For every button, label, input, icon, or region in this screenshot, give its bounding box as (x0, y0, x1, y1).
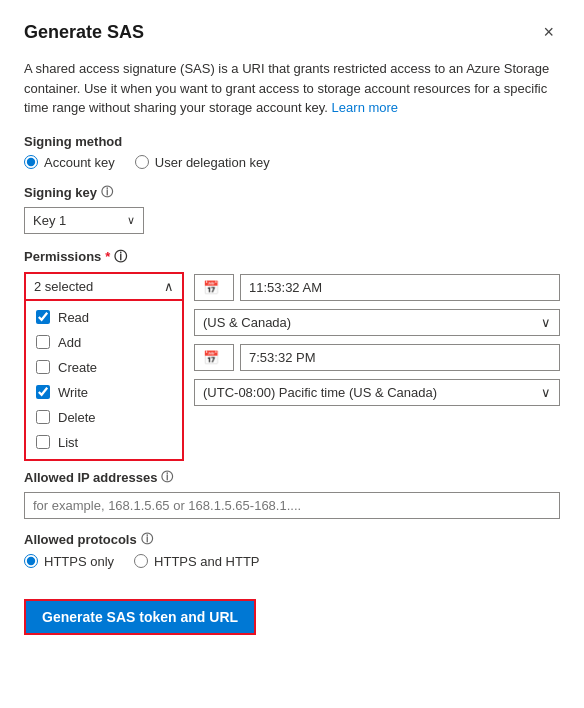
signing-key-info-icon: ⓘ (101, 184, 113, 201)
start-calendar-icon: 📅 (203, 280, 219, 295)
start-datetime-section: 📅 11:53:32 AM (194, 274, 560, 301)
https-http-radio[interactable] (134, 554, 148, 568)
permission-read[interactable]: Read (26, 305, 182, 330)
permission-create[interactable]: Create (26, 355, 182, 380)
signing-key-label: Signing key ⓘ (24, 184, 560, 201)
permission-write[interactable]: Write (26, 380, 182, 405)
allowed-ip-input[interactable] (24, 492, 560, 519)
close-button[interactable]: × (537, 20, 560, 45)
expiry-date-field[interactable]: 📅 (194, 344, 234, 371)
permissions-area: Permissions * ⓘ 2 selected ∧ Read Add (24, 248, 560, 461)
description-text: A shared access signature (SAS) is a URI… (24, 59, 560, 118)
generate-sas-dialog: Generate SAS × A shared access signature… (0, 0, 584, 708)
start-date-field[interactable]: 📅 (194, 274, 234, 301)
user-delegation-key-option[interactable]: User delegation key (135, 155, 270, 170)
permission-write-checkbox[interactable] (36, 385, 50, 399)
permissions-required-star: * (105, 249, 110, 264)
https-only-option[interactable]: HTTPS only (24, 554, 114, 569)
start-timezone-chevron-icon: ∨ (541, 315, 551, 330)
signing-method-section: Signing method Account key User delegati… (24, 134, 560, 170)
permission-delete[interactable]: Delete (26, 405, 182, 430)
allowed-ip-label: Allowed IP addresses ⓘ (24, 469, 560, 486)
https-only-radio[interactable] (24, 554, 38, 568)
permissions-label: Permissions * ⓘ (24, 248, 184, 266)
generate-sas-button[interactable]: Generate SAS token and URL (24, 599, 256, 635)
start-timezone-field[interactable]: (US & Canada) ∨ (194, 309, 560, 336)
dialog-header: Generate SAS × (24, 20, 560, 45)
expiry-calendar-icon: 📅 (203, 350, 219, 365)
signing-key-section: Signing key ⓘ Key 1 ∨ (24, 184, 560, 234)
allowed-ip-info-icon: ⓘ (161, 469, 173, 486)
user-delegation-key-radio[interactable] (135, 155, 149, 169)
account-key-option[interactable]: Account key (24, 155, 115, 170)
signing-key-dropdown[interactable]: Key 1 ∨ (24, 207, 144, 234)
permission-list-checkbox[interactable] (36, 435, 50, 449)
permission-list[interactable]: List (26, 430, 182, 455)
dialog-title: Generate SAS (24, 22, 144, 43)
permission-add-checkbox[interactable] (36, 335, 50, 349)
allowed-protocols-info-icon: ⓘ (141, 531, 153, 548)
allowed-protocols-section: Allowed protocols ⓘ HTTPS only HTTPS and… (24, 531, 560, 569)
expiry-timezone-field[interactable]: (UTC-08:00) Pacific time (US & Canada) ∨ (194, 379, 560, 406)
permission-delete-checkbox[interactable] (36, 410, 50, 424)
start-time-field[interactable]: 11:53:32 AM (240, 274, 560, 301)
permissions-info-icon: ⓘ (114, 248, 127, 266)
permissions-dropdown-header[interactable]: 2 selected ∧ (24, 272, 184, 301)
permission-read-checkbox[interactable] (36, 310, 50, 324)
expiry-timezone-chevron-icon: ∨ (541, 385, 551, 400)
signing-method-radio-group: Account key User delegation key (24, 155, 560, 170)
signing-method-label: Signing method (24, 134, 560, 149)
learn-more-link[interactable]: Learn more (332, 100, 398, 115)
account-key-radio[interactable] (24, 155, 38, 169)
permissions-chevron-up-icon: ∧ (164, 279, 174, 294)
permission-add[interactable]: Add (26, 330, 182, 355)
protocols-radio-group: HTTPS only HTTPS and HTTP (24, 554, 560, 569)
permission-create-checkbox[interactable] (36, 360, 50, 374)
allowed-ip-section: Allowed IP addresses ⓘ (24, 469, 560, 519)
signing-key-chevron-icon: ∨ (127, 214, 135, 227)
side-col: 📅 11:53:32 AM (US & Canada) ∨ 📅 (184, 248, 560, 461)
permissions-container: 2 selected ∧ Read Add Create (24, 272, 184, 461)
https-http-option[interactable]: HTTPS and HTTP (134, 554, 259, 569)
expiry-datetime-section: 📅 7:53:32 PM (194, 344, 560, 371)
permissions-dropdown-body: Read Add Create Write (24, 301, 184, 461)
expiry-time-field[interactable]: 7:53:32 PM (240, 344, 560, 371)
permissions-col: Permissions * ⓘ 2 selected ∧ Read Add (24, 248, 184, 461)
allowed-protocols-label: Allowed protocols ⓘ (24, 531, 560, 548)
